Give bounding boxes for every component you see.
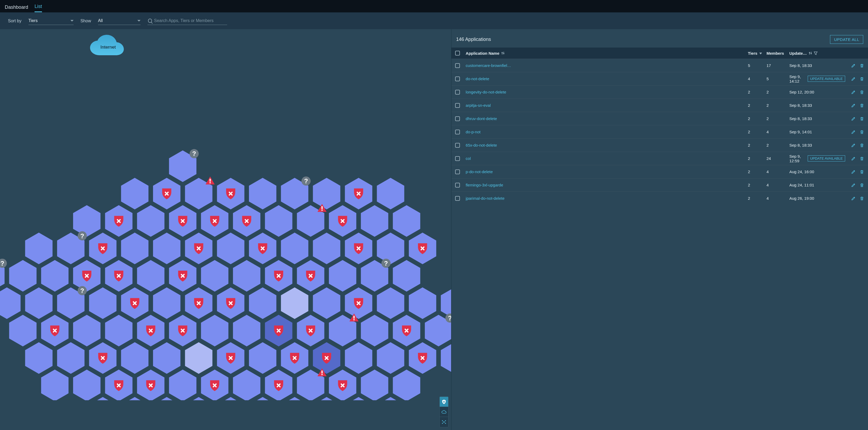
delete-icon[interactable]	[860, 169, 864, 174]
app-name-link[interactable]: p-do-not-delete	[466, 169, 493, 174]
row-checkbox[interactable]	[455, 76, 460, 81]
delete-icon[interactable]	[860, 143, 864, 148]
app-name-link[interactable]: do-p-not	[466, 130, 480, 134]
cell-updated: Sep 12, 20:00	[789, 90, 845, 94]
edit-icon[interactable]	[851, 76, 856, 81]
delete-icon[interactable]	[860, 116, 864, 121]
app-name-link[interactable]: col	[466, 156, 471, 161]
cell-updated: Aug 26, 19:00	[789, 196, 845, 201]
cell-members: 4	[767, 130, 789, 134]
cell-updated: Aug 24, 11:01	[789, 183, 845, 187]
edit-icon[interactable]	[851, 183, 856, 188]
row-checkbox[interactable]	[455, 103, 460, 108]
delete-icon[interactable]	[860, 63, 864, 68]
update-all-button[interactable]: UPDATE ALL	[830, 35, 863, 44]
cell-tiers: 2	[748, 103, 767, 107]
delete-icon[interactable]	[860, 196, 864, 201]
app-name-link[interactable]: customercare-brownfiel…	[466, 63, 511, 68]
table-row: do-p-not24Sep 9, 14:01	[452, 125, 868, 138]
delete-icon[interactable]	[860, 183, 864, 188]
update-available-badge: UPDATE AVAILABLE	[808, 76, 845, 82]
tool-shield[interactable]	[440, 397, 448, 407]
app-name-link[interactable]: longevity-do-not-delete	[466, 90, 506, 94]
delete-icon[interactable]	[860, 103, 864, 108]
table-row: arpitja-sn-eval22Sep 8, 18:33	[452, 99, 868, 112]
row-checkbox[interactable]	[455, 183, 460, 188]
delete-icon[interactable]	[860, 130, 864, 134]
svg-line-14	[444, 422, 445, 423]
edit-icon[interactable]	[851, 116, 856, 121]
cell-updated: Sep 8, 18:33	[789, 143, 845, 147]
col-header-tiers[interactable]: Tiers	[748, 51, 767, 56]
cell-members: 4	[767, 196, 789, 201]
cell-tiers: 2	[748, 116, 767, 121]
cell-updated: Sep 8, 18:33	[789, 63, 845, 68]
sort-by-value: Tiers	[28, 18, 38, 23]
cell-members: 17	[767, 63, 789, 68]
col-header-name[interactable]: Application Name	[466, 51, 748, 56]
edit-icon[interactable]	[851, 143, 856, 148]
viz-tool-rail	[439, 397, 448, 427]
hex-layer: ?	[0, 29, 451, 400]
tab-list[interactable]: List	[35, 1, 42, 12]
tool-cloud[interactable]	[440, 407, 448, 417]
row-checkbox[interactable]	[455, 116, 460, 121]
app-name-link[interactable]: dhruv-dont-delete	[466, 116, 497, 121]
delete-icon[interactable]	[860, 90, 864, 95]
col-header-updated[interactable]: Update…	[789, 51, 845, 56]
show-value: All	[98, 18, 103, 23]
row-checkbox[interactable]	[455, 143, 460, 148]
tab-dashboard[interactable]: Dashboard	[5, 2, 28, 12]
app-name-link[interactable]: jparimal-do-not-delete	[466, 196, 504, 201]
cell-updated: Sep 9, 14:12UPDATE AVAILABLE	[789, 74, 845, 84]
table-row: longevity-do-not-delete22Sep 12, 20:00	[452, 85, 868, 99]
search-icon	[148, 19, 152, 23]
app-name-link[interactable]: do-not-delete	[466, 76, 489, 81]
table-row: dhruv-dont-delete22Sep 8, 18:33	[452, 112, 868, 125]
applications-panel: 146 Applications UPDATE ALL Application …	[452, 29, 868, 430]
app-name-link[interactable]: arpitja-sn-eval	[466, 103, 491, 107]
edit-icon[interactable]	[851, 196, 856, 201]
select-all-checkbox[interactable]	[455, 51, 460, 56]
row-checkbox[interactable]	[455, 130, 460, 134]
edit-icon[interactable]	[851, 103, 856, 108]
filter-icon[interactable]	[814, 51, 817, 55]
table-row: flemingo-3xl-upgarde24Aug 24, 11:01	[452, 178, 868, 192]
table-row: do-not-delete45Sep 9, 14:12UPDATE AVAILA…	[452, 72, 868, 85]
search-input[interactable]	[154, 18, 227, 23]
col-header-members[interactable]: Members	[767, 51, 789, 56]
cell-tiers: 2	[748, 130, 767, 134]
svg-line-11	[442, 421, 444, 422]
search-box[interactable]	[148, 17, 227, 25]
top-tabs: Dashboard List	[0, 0, 868, 12]
show-select[interactable]: All	[98, 17, 141, 25]
sort-icon	[808, 51, 812, 55]
delete-icon[interactable]	[860, 76, 864, 81]
edit-icon[interactable]	[851, 90, 856, 95]
table-row: col224Sep 9, 12:59UPDATE AVAILABLE	[452, 152, 868, 165]
edit-icon[interactable]	[851, 63, 856, 68]
svg-line-12	[444, 421, 445, 422]
row-checkbox[interactable]	[455, 196, 460, 201]
sort-by-select[interactable]: Tiers	[28, 17, 73, 25]
row-checkbox[interactable]	[455, 169, 460, 174]
applications-count: 146 Applications	[456, 37, 491, 42]
tool-graph[interactable]	[440, 417, 448, 427]
delete-icon[interactable]	[860, 156, 864, 161]
edit-icon[interactable]	[851, 169, 856, 174]
cell-members: 2	[767, 116, 789, 121]
app-name-link[interactable]: 65x-do-not-delete	[466, 143, 497, 147]
app-name-link[interactable]: flemingo-3xl-upgarde	[466, 183, 503, 187]
table-row: p-do-not-delete24Aug 24, 16:00	[452, 165, 868, 178]
table-row: 65x-do-not-delete22Sep 8, 18:33	[452, 138, 868, 152]
row-checkbox[interactable]	[455, 63, 460, 68]
col-header-name-label: Application Name	[466, 51, 499, 56]
cell-members: 5	[767, 76, 789, 81]
row-checkbox[interactable]	[455, 90, 460, 95]
table-body: customercare-brownfiel…517Sep 8, 18:33do…	[452, 59, 868, 430]
edit-icon[interactable]	[851, 156, 856, 161]
topology-canvas[interactable]: Internet ?	[0, 29, 452, 430]
cell-tiers: 4	[748, 76, 767, 81]
edit-icon[interactable]	[851, 130, 856, 134]
row-checkbox[interactable]	[455, 156, 460, 161]
